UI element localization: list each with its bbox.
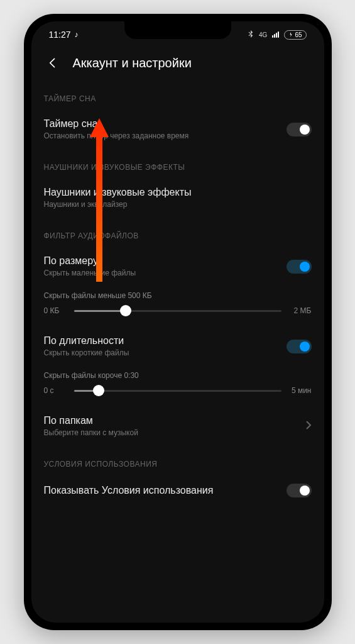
- slider-by-duration: Скрыть файлы короче 0:30 0 с 5 мин: [44, 366, 312, 406]
- slider-track-duration[interactable]: [74, 390, 281, 392]
- setting-title: По папкам: [44, 415, 305, 426]
- section-header-sleep-timer: ТАЙМЕР СНА: [44, 80, 312, 109]
- setting-sleep-timer[interactable]: Таймер сна Остановить плеер через заданн…: [44, 109, 312, 149]
- slider-thumb[interactable]: [93, 385, 104, 396]
- setting-title: Показывать Условия использования: [44, 485, 287, 496]
- slider-min: 0 КБ: [44, 306, 67, 315]
- setting-subtitle: Наушники и эквалайзер: [44, 200, 312, 209]
- chevron-right-icon: [305, 419, 312, 433]
- setting-title: По длительности: [44, 335, 287, 347]
- phone-screen: 11:27 ♪ 4G 65 Аккаунт и настройки: [31, 21, 324, 623]
- section-header-headphones: НАУШНИКИ И ЗВУКОВЫЕ ЭФФЕКТЫ: [44, 149, 312, 178]
- slider-max: 2 МБ: [289, 306, 312, 315]
- setting-title: Наушники и звуковые эффекты: [44, 187, 312, 198]
- setting-terms[interactable]: Показывать Условия использования: [44, 475, 312, 500]
- setting-headphones[interactable]: Наушники и звуковые эффекты Наушники и э…: [44, 178, 312, 218]
- status-time: 11:27: [49, 30, 71, 40]
- setting-subtitle: Выберите папки с музыкой: [44, 428, 305, 437]
- slider-min: 0 с: [44, 386, 67, 395]
- setting-by-folder[interactable]: По папкам Выберите папки с музыкой: [44, 406, 312, 446]
- toggle-by-size[interactable]: [287, 260, 312, 274]
- phone-notch: [124, 21, 231, 39]
- page-header: Аккаунт и настройки: [31, 45, 324, 80]
- setting-by-duration[interactable]: По длительности Скрыть короткие файлы: [44, 326, 312, 366]
- battery-indicator: 65: [284, 30, 306, 40]
- setting-title: Таймер сна: [44, 118, 287, 130]
- setting-subtitle: Скрыть маленькие файлы: [44, 269, 287, 277]
- settings-content: ТАЙМЕР СНА Таймер сна Остановить плеер ч…: [31, 80, 324, 500]
- page-title: Аккаунт и настройки: [73, 56, 192, 70]
- setting-subtitle: Скрыть короткие файлы: [44, 348, 287, 357]
- slider-label: Скрыть файлы короче 0:30: [44, 371, 312, 380]
- chevron-left-icon: [46, 57, 59, 69]
- setting-by-size[interactable]: По размеру Скрыть маленькие файлы: [44, 247, 312, 286]
- setting-title: По размеру: [44, 255, 287, 267]
- toggle-by-duration[interactable]: [287, 340, 312, 353]
- bluetooth-icon: [248, 30, 254, 40]
- toggle-sleep-timer[interactable]: [287, 123, 312, 136]
- section-header-filter: ФИЛЬТР АУДИОФАЙЛОВ: [44, 218, 312, 247]
- slider-track-size[interactable]: [74, 310, 281, 312]
- slider-by-size: Скрыть файлы меньше 500 КБ 0 КБ 2 МБ: [44, 286, 312, 326]
- toggle-terms[interactable]: [287, 484, 312, 497]
- slider-max: 5 мин: [289, 386, 312, 395]
- slider-label: Скрыть файлы меньше 500 КБ: [44, 291, 312, 300]
- music-icon: ♪: [75, 30, 79, 39]
- back-button[interactable]: [44, 54, 62, 72]
- phone-frame: 11:27 ♪ 4G 65 Аккаунт и настройки: [24, 14, 332, 630]
- slider-thumb[interactable]: [120, 305, 131, 316]
- setting-subtitle: Остановить плеер через заданное время: [44, 131, 287, 140]
- signal-icon: [272, 31, 279, 38]
- network-label: 4G: [259, 31, 267, 38]
- section-header-terms: УСЛОВИЯ ИСПОЛЬЗОВАНИЯ: [44, 446, 312, 475]
